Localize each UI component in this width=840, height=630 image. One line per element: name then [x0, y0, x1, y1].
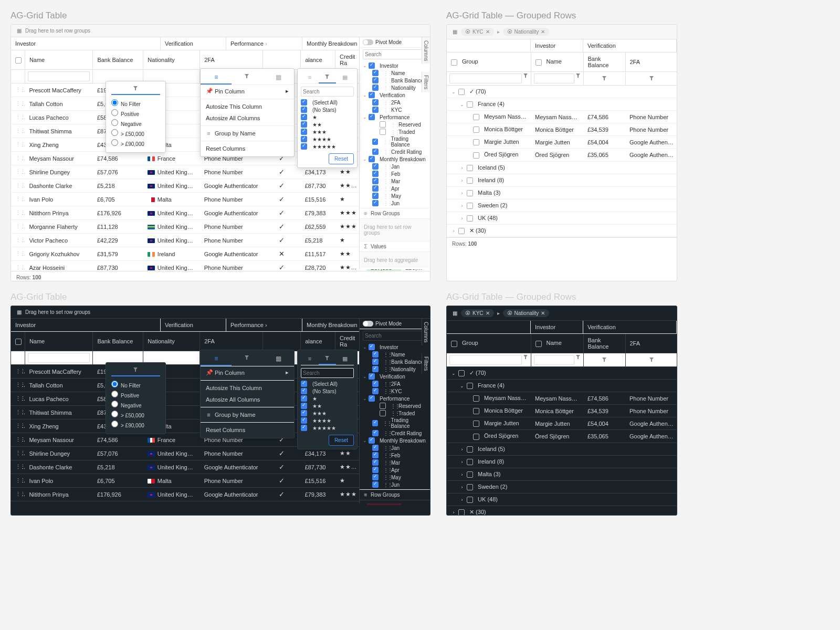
group-row[interactable]: › Malta (3) [447, 186, 677, 199]
group-row[interactable]: › Iceland (5) [447, 443, 677, 455]
tree-col-name[interactable]: ⋮⋮Name [363, 351, 427, 358]
tree-col-feb[interactable]: ⋮⋮Feb [363, 452, 427, 459]
values-dropzone[interactable]: Drag here to aggregate [360, 251, 430, 268]
tree-group-verification[interactable]: ⌄Verification [363, 91, 427, 99]
tree-group-performance[interactable]: ⌄Performance [363, 113, 427, 121]
tree-col-reserved[interactable]: ⋮⋮Reserved [363, 121, 427, 128]
funnel-icon[interactable] [576, 74, 581, 78]
funnel-icon[interactable] [602, 76, 607, 81]
group-row[interactable]: › Iceland (5) [447, 161, 677, 174]
tree-col-mar[interactable]: ⋮⋮Mar [363, 459, 427, 466]
tree-group-monthly[interactable]: ⌄Monthly Breakdown [363, 437, 427, 444]
tree-col-apr[interactable]: ⋮⋮Apr [363, 185, 427, 192]
row-group-dropzone[interactable]: ▦ Drag here to set row groups [11, 306, 430, 319]
table-row[interactable]: Öred SjögrenÖred Sjögren£35,065Google Au… [447, 430, 677, 443]
autosize-this[interactable]: Autosize This Column [201, 382, 294, 394]
col-2fa[interactable]: 2FA [200, 50, 263, 70]
pill-kyc[interactable]: ⦿ KYC ✕ [461, 28, 494, 36]
tree-col-kyc[interactable]: ⋮⋮KYC [363, 106, 427, 113]
tree-group-investor[interactable]: ⌄Investor [363, 343, 427, 351]
tree-col-credit_rating[interactable]: ⋮⋮Credit Rating [363, 429, 427, 437]
table-row[interactable]: Meysam NassourMeysam Nassour£74,586Phone… [447, 111, 677, 123]
pill-nationality[interactable]: ⦿ Nationality ✕ [503, 309, 550, 317]
g-investor[interactable]: Investor [531, 321, 583, 333]
stars-filter-dark[interactable]: ≡▦ (Select All) (No Stars) ★ ★★ ★★★ ★★★★… [297, 350, 358, 449]
group-performance[interactable]: Performance › [226, 37, 302, 50]
tree-col-reserved[interactable]: ⋮⋮Reserved [363, 402, 427, 410]
tree-col-twofa[interactable]: ⋮⋮2FA [363, 380, 427, 387]
columns-sidepanel-dark[interactable]: Pivot Mode ⌄Investor⋮⋮Name⋮⋮Bank Balance… [359, 319, 430, 503]
table-row[interactable]: Meysam NassourMeysam Nassour£74,586Phone… [447, 392, 677, 405]
group-verification[interactable]: Verification [161, 319, 226, 331]
gcol-bank[interactable]: Bank Balance [583, 52, 625, 72]
balance-filter-popover-dark[interactable]: No Filter Positive Negative > £50,000 > … [106, 362, 166, 434]
funnel-icon[interactable] [523, 74, 528, 78]
col-name[interactable]: Name [25, 332, 93, 351]
col-bank-balance[interactable]: Bank Balance [93, 50, 143, 70]
menu-tab-columns[interactable]: ▦ [263, 71, 294, 85]
g-investor[interactable]: Investor [531, 39, 583, 52]
table-row[interactable]: Monica BöttgerMonica Böttger£34,539Phone… [447, 123, 677, 136]
tree-col-bank_balance[interactable]: ⋮⋮Bank Balance [363, 77, 427, 84]
filters-tab[interactable]: Filters [422, 353, 430, 374]
tree-col-traded[interactable]: ⋮⋮Traded [363, 128, 427, 135]
group-investor[interactable]: Investor [11, 319, 161, 331]
filter-gt90[interactable] [111, 139, 118, 146]
group-row[interactable]: › Ireland (8) [447, 174, 677, 186]
group-row[interactable]: ⌄ ✓ (70) [447, 367, 677, 380]
group-row[interactable]: › ✕ (30) [447, 506, 677, 516]
table-row[interactable]: Margie JuttenMargie Jutten£54,004Google … [447, 136, 677, 149]
tree-col-jan[interactable]: ⋮⋮Jan [363, 163, 427, 170]
set-filter-search[interactable] [301, 87, 354, 97]
table-row[interactable]: Margie JuttenMargie Jutten£54,004Google … [447, 417, 677, 430]
stars-filter-popover[interactable]: ≡▦ (Select All) (No Stars) ★ ★★ ★★★ ★★★★… [297, 68, 358, 168]
reset-columns[interactable]: Reset Columns [201, 424, 294, 436]
close-icon[interactable]: ✕ [541, 29, 545, 35]
group-row[interactable]: › UK (48) [447, 212, 677, 224]
tree-col-twofa[interactable]: ⋮⋮2FA [363, 99, 427, 106]
group-row[interactable]: ⌄ France (4) [447, 380, 677, 392]
group-verification[interactable]: Verification [161, 37, 226, 50]
columns-tab[interactable]: Columns [422, 319, 430, 345]
group-by-name[interactable]: ≡Group by Name [201, 128, 294, 139]
filter-negative[interactable] [111, 119, 118, 126]
g-verification[interactable]: Verification [583, 321, 677, 333]
col-balance[interactable]: alance [301, 50, 335, 70]
col-group[interactable]: Group [447, 52, 531, 72]
table-row[interactable]: Öred SjögrenÖred Sjögren£35,065Google Au… [447, 149, 677, 161]
gcol-2fa[interactable]: 2FA [625, 52, 677, 72]
group-row[interactable]: › UK (48) [447, 493, 677, 506]
sf-tab-general[interactable]: ≡ [301, 72, 319, 83]
tree-col-credit_rating[interactable]: ⋮⋮Credit Rating [363, 148, 427, 155]
filter-no-filter[interactable] [111, 99, 118, 106]
pin-column[interactable]: 📌Pin Column▸ [201, 366, 294, 379]
tree-col-may[interactable]: ⋮⋮May [363, 474, 427, 481]
pin-column[interactable]: 📌Pin Column▸ [201, 85, 294, 97]
select-all[interactable] [15, 339, 22, 345]
row-groups-dropzone[interactable]: Drag here to set row groups [360, 500, 430, 503]
group-by-name[interactable]: ≡Group by Name [201, 409, 294, 421]
autosize-all[interactable]: Autosize All Columns [201, 112, 294, 124]
columns-sidepanel[interactable]: Pivot Mode ⌄Investor⋮⋮Name⋮⋮Bank Balance… [359, 37, 430, 269]
row-groups-dropzone[interactable]: Drag here to set row groups [360, 218, 430, 241]
gcol-name[interactable]: Name [531, 52, 583, 72]
tree-col-jan[interactable]: ⋮⋮Jan [363, 444, 427, 452]
tree-col-bank_balance[interactable]: ⋮⋮Bank Balance [363, 358, 427, 365]
group-performance[interactable]: Performance › [226, 319, 302, 331]
filter-positive[interactable] [111, 109, 118, 116]
select-all-checkbox[interactable] [11, 50, 25, 70]
tree-col-may[interactable]: ⋮⋮May [363, 192, 427, 200]
pill-kyc[interactable]: ⦿ KYC ✕ [461, 309, 494, 317]
tree-col-name[interactable]: ⋮⋮Name [363, 69, 427, 77]
sidepanel-search[interactable] [363, 49, 427, 59]
group-row[interactable]: › Sweden (2) [447, 199, 677, 212]
menu-tab-filter[interactable] [232, 71, 262, 85]
set-filter-search[interactable] [301, 368, 354, 378]
sidepanel-search[interactable] [363, 331, 427, 341]
group-row[interactable]: › ✕ (30) [447, 225, 677, 237]
tree-col-feb[interactable]: ⋮⋮Feb [363, 170, 427, 177]
column-menu[interactable]: ≡▦ 📌Pin Column▸ Autosize This Column Aut… [200, 68, 295, 157]
filters-tab[interactable]: Filters [422, 72, 430, 92]
group-row[interactable]: › Malta (3) [447, 468, 677, 480]
col-name[interactable]: Name [25, 50, 93, 70]
